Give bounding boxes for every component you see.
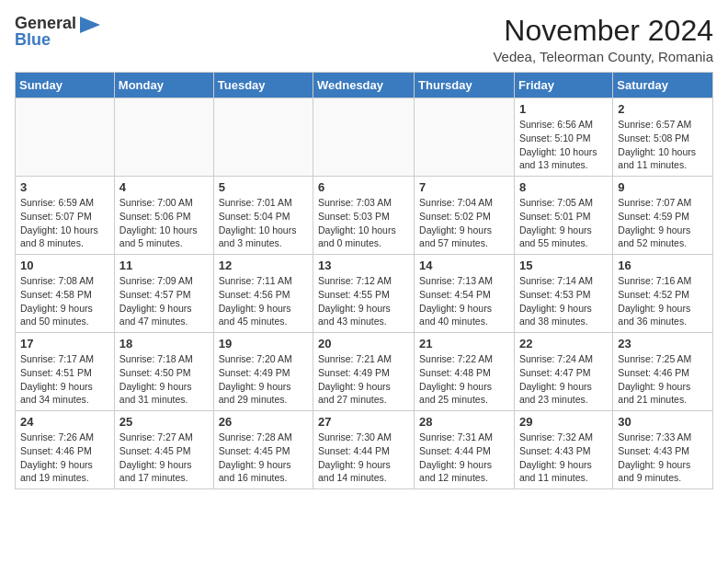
day-info-23: Sunrise: 7:25 AM Sunset: 4:46 PM Dayligh… xyxy=(618,352,708,407)
day-number-7: 7 xyxy=(419,180,509,194)
location-subtitle: Vedea, Teleorman County, Romania xyxy=(493,49,713,64)
day-info-17: Sunrise: 7:17 AM Sunset: 4:51 PM Dayligh… xyxy=(20,352,109,407)
calendar-cell-4-2: 18Sunrise: 7:18 AM Sunset: 4:50 PM Dayli… xyxy=(114,333,213,411)
weekday-header-friday: Friday xyxy=(514,73,612,98)
calendar-body: 1Sunrise: 6:56 AM Sunset: 5:10 PM Daylig… xyxy=(16,98,713,489)
day-info-3: Sunrise: 6:59 AM Sunset: 5:07 PM Dayligh… xyxy=(20,196,109,250)
logo-arrow-icon xyxy=(80,17,100,33)
day-info-7: Sunrise: 7:04 AM Sunset: 5:02 PM Dayligh… xyxy=(419,196,509,250)
day-info-5: Sunrise: 7:01 AM Sunset: 5:04 PM Dayligh… xyxy=(219,196,308,250)
calendar-table: SundayMondayTuesdayWednesdayThursdayFrid… xyxy=(15,72,713,489)
calendar-cell-3-7: 16Sunrise: 7:16 AM Sunset: 4:52 PM Dayli… xyxy=(613,255,713,333)
calendar-cell-4-7: 23Sunrise: 7:25 AM Sunset: 4:46 PM Dayli… xyxy=(613,333,713,411)
weekday-header-sunday: Sunday xyxy=(16,73,115,98)
calendar-cell-1-2 xyxy=(114,98,213,177)
day-info-22: Sunrise: 7:24 AM Sunset: 4:47 PM Dayligh… xyxy=(519,352,608,407)
calendar-cell-1-6: 1Sunrise: 6:56 AM Sunset: 5:10 PM Daylig… xyxy=(514,98,612,177)
calendar-cell-2-5: 7Sunrise: 7:04 AM Sunset: 5:02 PM Daylig… xyxy=(415,177,515,255)
calendar-cell-3-2: 11Sunrise: 7:09 AM Sunset: 4:57 PM Dayli… xyxy=(114,255,213,333)
day-number-28: 28 xyxy=(419,415,509,429)
calendar-cell-1-4 xyxy=(313,98,415,177)
calendar-cell-2-6: 8Sunrise: 7:05 AM Sunset: 5:01 PM Daylig… xyxy=(514,177,612,255)
logo: General Blue xyxy=(15,15,100,50)
day-info-10: Sunrise: 7:08 AM Sunset: 4:58 PM Dayligh… xyxy=(20,274,109,328)
weekday-header-monday: Monday xyxy=(114,73,213,98)
day-info-24: Sunrise: 7:26 AM Sunset: 4:46 PM Dayligh… xyxy=(20,431,109,485)
day-number-1: 1 xyxy=(519,102,608,116)
day-info-28: Sunrise: 7:31 AM Sunset: 4:44 PM Dayligh… xyxy=(419,431,509,485)
header: General Blue November 2024 Vedea, Teleor… xyxy=(15,15,713,64)
day-number-25: 25 xyxy=(119,415,209,429)
calendar-cell-5-2: 25Sunrise: 7:27 AM Sunset: 4:45 PM Dayli… xyxy=(114,411,213,489)
day-number-5: 5 xyxy=(219,180,308,194)
calendar-cell-2-4: 6Sunrise: 7:03 AM Sunset: 5:03 PM Daylig… xyxy=(313,177,415,255)
weekday-header-tuesday: Tuesday xyxy=(213,73,313,98)
day-number-26: 26 xyxy=(219,415,308,429)
day-info-21: Sunrise: 7:22 AM Sunset: 4:48 PM Dayligh… xyxy=(419,352,509,407)
day-number-6: 6 xyxy=(318,180,409,194)
day-info-15: Sunrise: 7:14 AM Sunset: 4:53 PM Dayligh… xyxy=(519,274,608,328)
day-number-21: 21 xyxy=(419,337,509,350)
calendar-cell-4-4: 20Sunrise: 7:21 AM Sunset: 4:49 PM Dayli… xyxy=(313,333,415,411)
calendar-cell-3-4: 13Sunrise: 7:12 AM Sunset: 4:55 PM Dayli… xyxy=(313,255,415,333)
day-info-20: Sunrise: 7:21 AM Sunset: 4:49 PM Dayligh… xyxy=(318,352,409,407)
week-row-1: 1Sunrise: 6:56 AM Sunset: 5:10 PM Daylig… xyxy=(16,98,713,177)
day-info-25: Sunrise: 7:27 AM Sunset: 4:45 PM Dayligh… xyxy=(119,431,209,485)
day-number-2: 2 xyxy=(618,102,708,116)
calendar-cell-1-5 xyxy=(415,98,515,177)
day-info-19: Sunrise: 7:20 AM Sunset: 4:49 PM Dayligh… xyxy=(219,352,308,407)
day-number-27: 27 xyxy=(318,415,409,429)
weekday-header-row: SundayMondayTuesdayWednesdayThursdayFrid… xyxy=(16,73,713,98)
calendar-cell-2-3: 5Sunrise: 7:01 AM Sunset: 5:04 PM Daylig… xyxy=(213,177,313,255)
day-info-9: Sunrise: 7:07 AM Sunset: 4:59 PM Dayligh… xyxy=(618,196,708,250)
title-area: November 2024 Vedea, Teleorman County, R… xyxy=(493,15,713,64)
calendar-cell-4-1: 17Sunrise: 7:17 AM Sunset: 4:51 PM Dayli… xyxy=(16,333,115,411)
day-number-11: 11 xyxy=(119,259,209,272)
week-row-5: 24Sunrise: 7:26 AM Sunset: 4:46 PM Dayli… xyxy=(16,411,713,489)
day-number-29: 29 xyxy=(519,415,608,429)
day-info-8: Sunrise: 7:05 AM Sunset: 5:01 PM Dayligh… xyxy=(519,196,608,250)
day-info-6: Sunrise: 7:03 AM Sunset: 5:03 PM Dayligh… xyxy=(318,196,409,250)
weekday-header-thursday: Thursday xyxy=(415,73,515,98)
weekday-header-saturday: Saturday xyxy=(613,73,713,98)
day-info-13: Sunrise: 7:12 AM Sunset: 4:55 PM Dayligh… xyxy=(318,274,409,328)
day-number-13: 13 xyxy=(318,259,409,272)
day-info-18: Sunrise: 7:18 AM Sunset: 4:50 PM Dayligh… xyxy=(119,352,209,407)
month-title: November 2024 xyxy=(493,15,713,47)
calendar-cell-5-6: 29Sunrise: 7:32 AM Sunset: 4:43 PM Dayli… xyxy=(514,411,612,489)
day-number-8: 8 xyxy=(519,180,608,194)
calendar-cell-2-7: 9Sunrise: 7:07 AM Sunset: 4:59 PM Daylig… xyxy=(613,177,713,255)
calendar-header: SundayMondayTuesdayWednesdayThursdayFrid… xyxy=(16,73,713,98)
calendar-cell-2-2: 4Sunrise: 7:00 AM Sunset: 5:06 PM Daylig… xyxy=(114,177,213,255)
svg-marker-0 xyxy=(80,17,100,33)
calendar-cell-1-3 xyxy=(213,98,313,177)
day-info-14: Sunrise: 7:13 AM Sunset: 4:54 PM Dayligh… xyxy=(419,274,509,328)
day-number-23: 23 xyxy=(618,337,708,350)
day-number-10: 10 xyxy=(20,259,109,272)
calendar-cell-3-3: 12Sunrise: 7:11 AM Sunset: 4:56 PM Dayli… xyxy=(213,255,313,333)
day-info-2: Sunrise: 6:57 AM Sunset: 5:08 PM Dayligh… xyxy=(618,118,708,172)
calendar-cell-5-5: 28Sunrise: 7:31 AM Sunset: 4:44 PM Dayli… xyxy=(415,411,515,489)
day-info-29: Sunrise: 7:32 AM Sunset: 4:43 PM Dayligh… xyxy=(519,431,608,485)
day-info-12: Sunrise: 7:11 AM Sunset: 4:56 PM Dayligh… xyxy=(219,274,308,328)
calendar-cell-5-7: 30Sunrise: 7:33 AM Sunset: 4:43 PM Dayli… xyxy=(613,411,713,489)
calendar-cell-1-1 xyxy=(16,98,115,177)
day-number-18: 18 xyxy=(119,337,209,350)
day-info-27: Sunrise: 7:30 AM Sunset: 4:44 PM Dayligh… xyxy=(318,431,409,485)
day-number-9: 9 xyxy=(618,180,708,194)
day-info-1: Sunrise: 6:56 AM Sunset: 5:10 PM Dayligh… xyxy=(519,118,608,172)
day-number-20: 20 xyxy=(318,337,409,350)
calendar-cell-3-5: 14Sunrise: 7:13 AM Sunset: 4:54 PM Dayli… xyxy=(415,255,515,333)
calendar-cell-5-4: 27Sunrise: 7:30 AM Sunset: 4:44 PM Dayli… xyxy=(313,411,415,489)
day-number-17: 17 xyxy=(20,337,109,350)
calendar-cell-3-1: 10Sunrise: 7:08 AM Sunset: 4:58 PM Dayli… xyxy=(16,255,115,333)
day-info-11: Sunrise: 7:09 AM Sunset: 4:57 PM Dayligh… xyxy=(119,274,209,328)
day-number-16: 16 xyxy=(618,259,708,272)
weekday-header-wednesday: Wednesday xyxy=(313,73,415,98)
day-number-15: 15 xyxy=(519,259,608,272)
calendar-cell-3-6: 15Sunrise: 7:14 AM Sunset: 4:53 PM Dayli… xyxy=(514,255,612,333)
logo-blue: Blue xyxy=(15,31,51,50)
day-info-4: Sunrise: 7:00 AM Sunset: 5:06 PM Dayligh… xyxy=(119,196,209,250)
calendar-cell-2-1: 3Sunrise: 6:59 AM Sunset: 5:07 PM Daylig… xyxy=(16,177,115,255)
day-info-30: Sunrise: 7:33 AM Sunset: 4:43 PM Dayligh… xyxy=(618,431,708,485)
